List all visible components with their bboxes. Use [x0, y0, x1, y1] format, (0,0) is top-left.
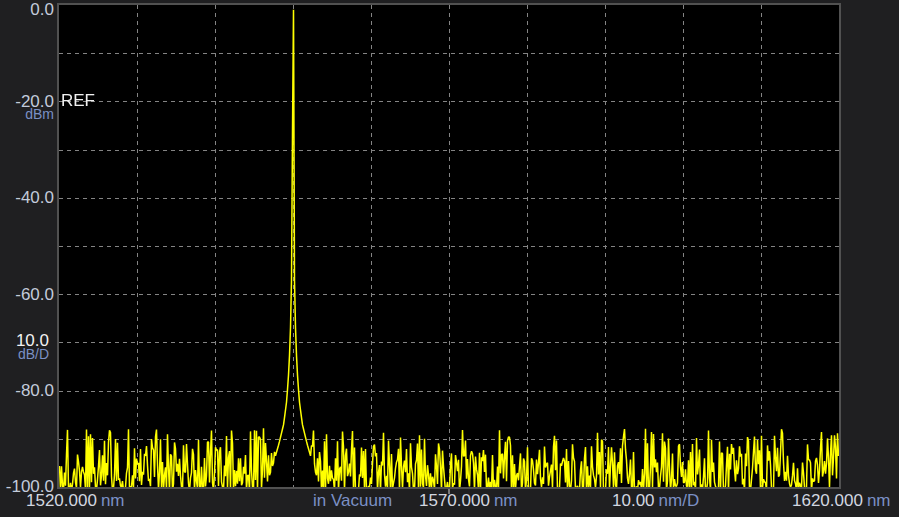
y-tick-40dbm: -40.0	[0, 189, 54, 207]
x-center-value: 1570.000	[419, 491, 490, 510]
y-tick-80dbm: -80.0	[0, 382, 54, 400]
x-center-unit: nm	[494, 491, 518, 510]
span-per-div-unit: nm/D	[659, 491, 700, 510]
medium-label: in Vacuum	[313, 491, 392, 511]
y-axis-unit: dBm	[0, 107, 54, 122]
plot-area	[57, 3, 841, 489]
x-center-label: 1570.000nm	[419, 491, 518, 511]
ref-level-marker: REF	[61, 92, 95, 110]
span-per-div-value: 10.00	[612, 491, 655, 510]
center-wavelength-tick	[448, 489, 450, 494]
x-start-label: 1520.000nm	[26, 491, 125, 511]
x-end-unit: nm	[867, 491, 891, 510]
spectrum-trace-canvas	[59, 5, 839, 487]
x-start-value: 1520.000	[26, 491, 97, 510]
y-tick-60dbm: -60.0	[0, 286, 54, 304]
x-start-unit: nm	[101, 491, 125, 510]
x-end-label: 1620.000nm	[792, 491, 891, 511]
y-tick-0dbm: 0.0	[0, 1, 54, 19]
scale-per-div-unit: dB/D	[0, 347, 54, 362]
x-end-value: 1620.000	[792, 491, 863, 510]
span-per-div-label: 10.00nm/D	[612, 491, 699, 511]
osa-trace-screen: 0.0 -20.0 -40.0 -60.0 -80.0 -100.0 dBm 1…	[0, 0, 899, 517]
